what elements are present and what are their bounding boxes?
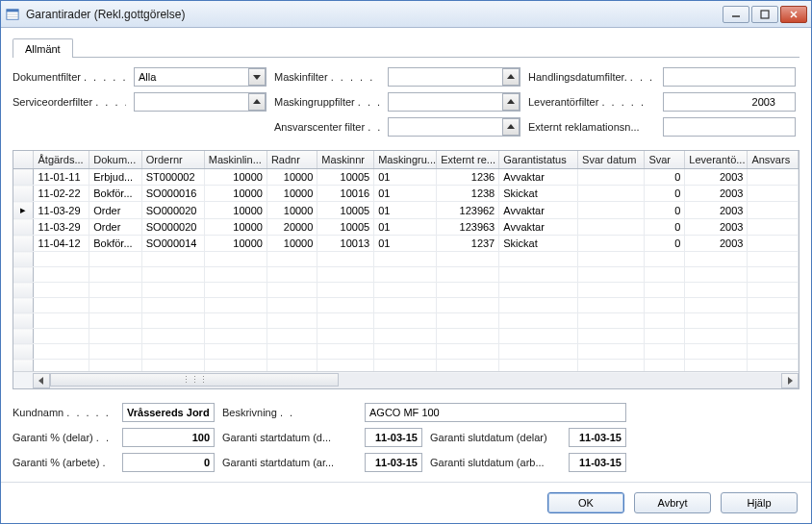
externtrek-input[interactable] xyxy=(663,117,796,137)
table-row-empty xyxy=(13,313,799,329)
ok-button[interactable]: OK xyxy=(547,492,624,513)
tab-strip: Allmänt xyxy=(13,37,799,58)
garanti-arbete-field[interactable] xyxy=(122,453,215,472)
svg-rect-1 xyxy=(7,9,18,12)
handlingsdatumfilter-input[interactable] xyxy=(663,67,796,87)
column-header[interactable]: Radnr xyxy=(266,151,317,169)
handlingsdatumfilter-label: Handlingsdatumfilter. . . . xyxy=(528,71,655,83)
column-header[interactable]: Maskingru... xyxy=(374,151,437,169)
ansvarscenterfilter-input[interactable] xyxy=(388,117,520,137)
table-row[interactable]: 11-02-22Bokför...SO000016100001000010016… xyxy=(13,186,799,202)
data-table: Åtgärds...Dokum...OrdernrMaskinlin...Rad… xyxy=(13,150,799,389)
app-icon xyxy=(5,7,20,22)
garanti-delar-label: Garanti % (delar) . . xyxy=(13,432,114,443)
serviceorderfilter-label: Serviceorderfilter . . . . xyxy=(13,96,126,108)
scroll-right-icon[interactable] xyxy=(781,373,799,388)
column-header[interactable]: Maskinnr xyxy=(317,151,374,169)
detail-section: Kundnamn . . . . . Beskrivning . . Garan… xyxy=(13,403,799,472)
maskinfilter-label: Maskinfilter . . . . . . xyxy=(274,71,380,83)
garanti-slutdatum-arb-field[interactable] xyxy=(569,453,626,472)
table-row[interactable]: 11-04-12Bokför...SO000014100001000010013… xyxy=(13,236,799,252)
serviceorderfilter-input[interactable] xyxy=(134,92,266,112)
column-header[interactable] xyxy=(13,151,34,169)
serviceorderfilter-field[interactable] xyxy=(134,92,266,112)
garanti-arbete-label: Garanti % (arbete) . xyxy=(13,457,114,468)
dokumentfilter-label: Dokumentfilter . . . . . xyxy=(13,71,126,83)
table-row-empty xyxy=(13,329,799,344)
minimize-button[interactable] xyxy=(723,6,749,23)
garanti-slutdatum-arb-label: Garanti slutdatum (arb... xyxy=(430,457,561,468)
leverantorfilter-label: Leverantörfilter . . . . . xyxy=(528,96,655,108)
table-row[interactable]: 11-03-29OrderSO0000201000020000100050112… xyxy=(13,219,799,236)
garanti-startdatum-d-label: Garanti startdatum (d... xyxy=(222,432,357,443)
table-body-scroll[interactable]: Åtgärds...Dokum...OrdernrMaskinlin...Rad… xyxy=(13,151,799,371)
window-frame: Garantirader (Rekl.gottgörelse) Allmänt … xyxy=(0,0,812,524)
table-header-row: Åtgärds...Dokum...OrdernrMaskinlin...Rad… xyxy=(13,151,799,169)
column-header[interactable]: Svar xyxy=(645,151,685,169)
garanti-slutdatum-delar-label: Garanti slutdatum (delar) xyxy=(430,432,561,443)
beskrivning-field[interactable] xyxy=(365,403,626,422)
svg-rect-5 xyxy=(761,11,769,18)
lookup-icon[interactable] xyxy=(248,93,266,111)
column-header[interactable]: Leverantö... xyxy=(685,151,748,169)
table-body: 11-01-11Erbjud...ST000002100001000010005… xyxy=(13,169,799,372)
column-header[interactable]: Åtgärds... xyxy=(34,151,89,169)
table-row[interactable]: ▸11-03-29OrderSO000020100001000010005011… xyxy=(13,202,799,219)
garanti-startdatum-d-field[interactable] xyxy=(365,428,422,447)
lookup-icon[interactable] xyxy=(502,68,520,86)
beskrivning-label: Beskrivning . . xyxy=(222,407,357,418)
handlingsdatumfilter-field[interactable] xyxy=(663,67,796,87)
table-row-empty xyxy=(13,267,799,283)
tab-general[interactable]: Allmänt xyxy=(13,38,73,58)
button-bar: OK Avbryt Hjälp xyxy=(1,482,811,523)
garanti-delar-field[interactable] xyxy=(122,428,215,447)
garanti-startdatum-ar-label: Garanti startdatum (ar... xyxy=(222,457,357,468)
leverantorfilter-input[interactable] xyxy=(663,92,796,112)
scroll-left-icon[interactable] xyxy=(33,373,50,388)
externtrek-label: Externt reklamationsn... xyxy=(528,121,655,133)
close-button[interactable] xyxy=(780,6,807,23)
table-row-empty xyxy=(13,283,799,298)
dokumentfilter-field[interactable] xyxy=(134,67,266,87)
titlebar: Garantirader (Rekl.gottgörelse) xyxy=(1,1,811,28)
dokumentfilter-input[interactable] xyxy=(134,67,266,87)
help-button[interactable]: Hjälp xyxy=(721,492,798,513)
dropdown-icon[interactable] xyxy=(248,68,266,86)
scroll-track[interactable]: ⋮⋮⋮ xyxy=(50,373,781,388)
scroll-thumb[interactable]: ⋮⋮⋮ xyxy=(50,373,339,387)
maskingruppfilter-field[interactable] xyxy=(388,92,520,112)
garanti-startdatum-ar-field[interactable] xyxy=(365,453,422,472)
cancel-button[interactable]: Avbryt xyxy=(634,492,711,513)
maskinfilter-field[interactable] xyxy=(388,67,520,87)
maximize-button[interactable] xyxy=(751,6,778,23)
kundnamn-label: Kundnamn . . . . . xyxy=(13,407,114,418)
ansvarscenterfilter-field[interactable] xyxy=(388,117,520,137)
maskingruppfilter-input[interactable] xyxy=(388,92,520,112)
externtrek-field[interactable] xyxy=(663,117,796,137)
maskinfilter-input[interactable] xyxy=(388,67,520,87)
filter-section: Dokumentfilter . . . . . Maskinfilter . … xyxy=(13,67,799,137)
horizontal-scrollbar[interactable]: ⋮⋮⋮ xyxy=(13,371,799,388)
column-header[interactable]: Svar datum xyxy=(578,151,645,169)
column-header[interactable]: Maskinlin... xyxy=(204,151,266,169)
table-row-empty xyxy=(13,252,799,267)
maskingruppfilter-label: Maskingruppfilter . . . . xyxy=(274,96,380,108)
garanti-slutdatum-delar-field[interactable] xyxy=(569,428,626,447)
ansvarscenterfilter-label: Ansvarscenter filter . . . xyxy=(274,121,380,133)
column-header[interactable]: Garantistatus xyxy=(499,151,578,169)
column-header[interactable]: Ansvars xyxy=(748,151,799,169)
table-row-empty xyxy=(13,360,799,372)
window-controls xyxy=(723,6,807,23)
lookup-icon[interactable] xyxy=(502,118,520,136)
table-row[interactable]: 11-01-11Erbjud...ST000002100001000010005… xyxy=(13,169,799,186)
kundnamn-field[interactable] xyxy=(122,403,215,422)
window-title: Garantirader (Rekl.gottgörelse) xyxy=(26,8,723,21)
table-row-empty xyxy=(13,344,799,360)
content-area: Allmänt Dokumentfilter . . . . . Maskinf… xyxy=(1,28,811,482)
column-header[interactable]: Dokum... xyxy=(89,151,142,169)
table-row-empty xyxy=(13,298,799,313)
column-header[interactable]: Externt re... xyxy=(437,151,499,169)
lookup-icon[interactable] xyxy=(502,93,520,111)
leverantorfilter-field[interactable] xyxy=(663,92,796,112)
column-header[interactable]: Ordernr xyxy=(141,151,204,169)
